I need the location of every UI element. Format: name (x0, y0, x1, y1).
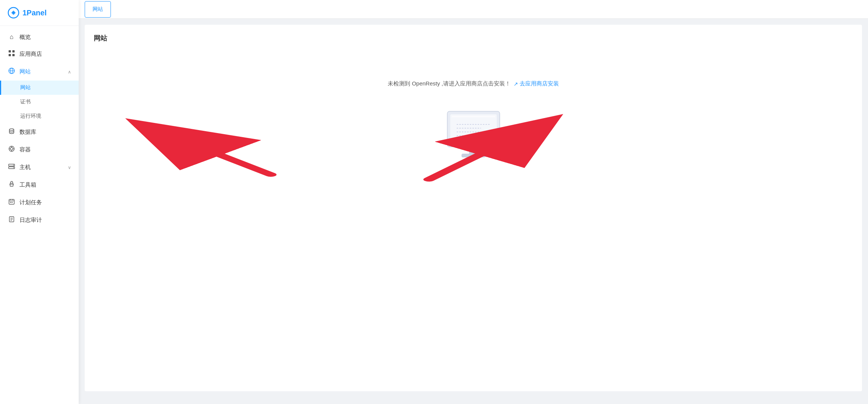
sidebar-item-audit-label: 日志审计 (19, 217, 42, 224)
sidebar-item-appstore-label: 应用商店 (19, 51, 42, 58)
logo-text: 1Panel (22, 9, 46, 17)
monitor-illustration (436, 104, 511, 164)
sidebar-item-schedule[interactable]: 计划任务 (0, 194, 79, 211)
sidebar-item-container[interactable]: 容器 (0, 141, 79, 159)
sidebar-nav: ⌂ 概览 应用商店 网站 ∧ 网站 证书 运行 (0, 26, 79, 404)
sidebar-item-toolbox-label: 工具箱 (19, 181, 36, 189)
sidebar-item-container-label: 容器 (19, 146, 31, 153)
logo-icon (7, 7, 19, 19)
sidebar-item-schedule-label: 计划任务 (19, 199, 42, 206)
main-content: 网站 网站 未检测到 OpenResty ,请进入应用商店点击安装！ ↗ 去应用… (79, 0, 868, 404)
svg-rect-22 (9, 199, 14, 204)
sidebar-item-host[interactable]: 主机 ∨ (0, 159, 79, 176)
content-card: 网站 未检测到 OpenResty ,请进入应用商店点击安装！ ↗ 去应用商店安… (85, 25, 862, 391)
sidebar-item-toolbox[interactable]: 工具箱 (0, 176, 79, 194)
install-link-icon: ↗ (514, 81, 518, 87)
host-arrow-icon: ∨ (68, 165, 71, 170)
svg-point-9 (9, 129, 14, 131)
sidebar-item-overview[interactable]: ⌂ 概览 (0, 29, 79, 45)
svg-point-18 (13, 165, 14, 166)
overview-icon: ⌂ (7, 33, 16, 41)
host-icon (7, 163, 16, 172)
svg-rect-20 (10, 183, 13, 186)
svg-rect-26 (10, 202, 11, 203)
svg-rect-5 (12, 54, 15, 56)
svg-rect-3 (12, 50, 15, 52)
sidebar-item-database-label: 数据库 (19, 129, 36, 136)
svg-rect-35 (462, 154, 486, 157)
sidebar-item-website[interactable]: 网站 ∧ (0, 63, 79, 81)
logo-area: 1Panel (0, 0, 79, 26)
container-icon (7, 145, 16, 154)
empty-message-text: 未检测到 OpenResty ,请进入应用商店点击安装！ (388, 80, 511, 87)
appstore-icon (7, 50, 16, 58)
empty-state: 未检测到 OpenResty ,请进入应用商店点击安装！ ↗ 去应用商店安装 (94, 50, 853, 194)
svg-rect-36 (452, 116, 495, 117)
tab-website-label: 网站 (93, 6, 103, 12)
sidebar: 1Panel ⌂ 概览 应用商店 网站 ∧ 网站 (0, 0, 79, 404)
schedule-icon (7, 198, 16, 207)
svg-rect-2 (9, 50, 11, 52)
sidebar-item-website-cert-label: 证书 (20, 99, 31, 105)
sidebar-item-overview-label: 概览 (19, 34, 31, 41)
website-arrow-icon: ∧ (68, 69, 71, 75)
sidebar-item-audit[interactable]: 日志审计 (0, 211, 79, 229)
sidebar-item-database[interactable]: 数据库 (0, 123, 79, 141)
database-icon (7, 128, 16, 136)
audit-icon (7, 216, 16, 224)
sidebar-item-website-site[interactable]: 网站 (0, 81, 79, 95)
sidebar-item-website-label: 网站 (19, 68, 31, 75)
svg-point-11 (10, 148, 13, 150)
sidebar-item-host-label: 主机 (19, 164, 31, 171)
sidebar-item-website-cert[interactable]: 证书 (0, 95, 79, 109)
sidebar-item-appstore[interactable]: 应用商店 (0, 45, 79, 63)
website-submenu: 网站 证书 运行环境 (0, 81, 79, 123)
sidebar-item-website-runtime-label: 运行环境 (20, 113, 41, 120)
sidebar-item-website-site-label: 网站 (20, 84, 31, 91)
page-content-area: 网站 未检测到 OpenResty ,请进入应用商店点击安装！ ↗ 去应用商店安… (79, 19, 868, 404)
svg-point-1 (12, 12, 15, 14)
svg-rect-4 (9, 54, 11, 56)
tab-website[interactable]: 网站 (85, 1, 111, 18)
tab-bar: 网站 (79, 0, 868, 19)
svg-rect-34 (469, 147, 478, 154)
svg-point-19 (13, 168, 14, 168)
svg-rect-33 (450, 114, 497, 144)
sidebar-item-website-runtime[interactable]: 运行环境 (0, 109, 79, 123)
install-link[interactable]: ↗ 去应用商店安装 (514, 80, 559, 87)
page-title: 网站 (94, 34, 853, 43)
toolbox-icon (7, 181, 16, 189)
svg-rect-27 (12, 202, 13, 203)
install-link-text: 去应用商店安装 (520, 80, 559, 87)
website-icon (7, 67, 16, 76)
